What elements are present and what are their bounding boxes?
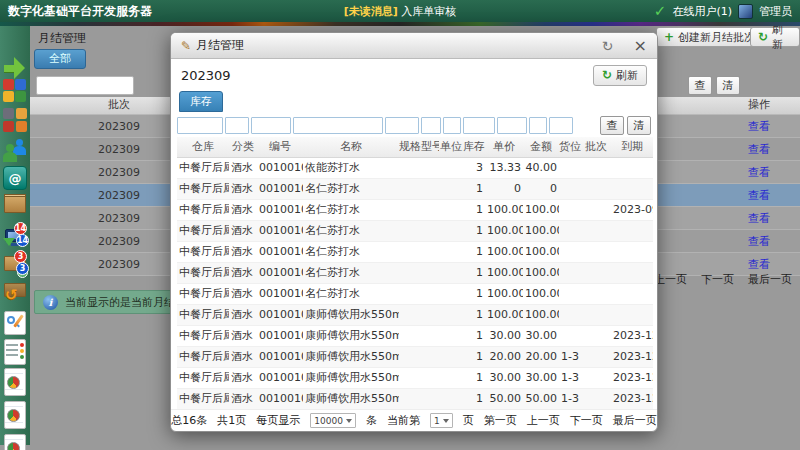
view-link[interactable]: 查看 [728, 207, 790, 230]
inventory-row[interactable]: 中餐厅后厨酒水001001002名仁苏打水1100.00100.00 [177, 241, 653, 262]
inventory-row[interactable]: 中餐厅后厨酒水001001002名仁苏打水1100.00100.00 [177, 262, 653, 283]
inventory-row[interactable]: 中餐厅后厨酒水001001003康师傅饮用水550ml130.0030.001-… [177, 367, 653, 388]
timer-icon[interactable] [16, 121, 27, 132]
filter-input[interactable] [293, 117, 383, 134]
prev-page-link[interactable]: 上一页 [527, 413, 560, 428]
first-page-link[interactable]: 第一页 [484, 413, 517, 428]
unread-messages-badge[interactable]: [未读消息] [344, 5, 398, 18]
filter-input[interactable] [385, 117, 419, 134]
inventory-row[interactable]: 中餐厅后厨酒水001001003康师傅饮用水550ml1100.00100.00 [177, 304, 653, 325]
avatar[interactable] [738, 4, 753, 19]
forward-arrow-icon[interactable] [3, 56, 27, 80]
chess-icon[interactable] [3, 108, 14, 119]
column-header[interactable]: 单价 [485, 137, 523, 157]
search-edit-icon[interactable] [3, 311, 27, 335]
notice-text[interactable]: 入库单审核 [401, 5, 456, 18]
pie-report-icon-1[interactable] [3, 368, 27, 396]
modal-search-button[interactable]: 查 [600, 116, 624, 135]
close-icon[interactable]: × [634, 39, 647, 53]
edit-icon: ✎ [181, 39, 191, 53]
column-header[interactable]: 名称 [303, 137, 399, 157]
column-header[interactable]: 编号 [257, 137, 303, 157]
column-header-batch[interactable]: 批次 [88, 97, 150, 112]
dialog-reload-icon[interactable]: ↻ [602, 38, 614, 54]
dialog-titlebar[interactable]: ✎ 月结管理 ↻ × [171, 33, 657, 59]
cell [559, 178, 581, 199]
username[interactable]: 管理员 [759, 4, 792, 19]
bg-refresh-button[interactable]: ↻ 刷新 [750, 27, 800, 47]
per-page-select[interactable]: 10000 [310, 413, 356, 428]
bg-clear-button[interactable]: 清 [716, 76, 740, 95]
cell: 001001003 [257, 304, 303, 325]
inventory-row[interactable]: 中餐厅后厨酒水001001003康师傅饮用水550ml120.0020.001-… [177, 346, 653, 367]
column-header[interactable]: 批次 [581, 137, 611, 157]
inventory-row[interactable]: 中餐厅后厨酒水001001003康师傅饮用水550ml130.0030.0020… [177, 325, 653, 346]
column-header[interactable]: 货位 [559, 137, 581, 157]
column-header[interactable]: 单位 [439, 137, 463, 157]
cell: 中餐厅后厨 [177, 346, 229, 367]
last-page-link[interactable]: 最后一页 [613, 413, 657, 428]
filter-input[interactable] [421, 117, 441, 134]
inventory-row[interactable]: 中餐厅后厨酒水001001001依能苏打水313.3340.00 [177, 157, 653, 178]
online-users[interactable]: 在线用户(1) [672, 4, 732, 19]
cell [581, 346, 611, 367]
modal-clear-button[interactable]: 清 [627, 116, 651, 135]
column-header[interactable]: 到期 [611, 137, 653, 157]
pen-icon[interactable] [16, 108, 27, 119]
modal-refresh-button[interactable]: ↻ 刷新 [593, 65, 647, 86]
contacts-icon[interactable]: @ [3, 166, 27, 190]
cell [439, 262, 463, 283]
tab-all[interactable]: 全部 [34, 49, 86, 69]
rocket-icon[interactable] [3, 121, 14, 132]
column-header[interactable]: 金额 [523, 137, 559, 157]
tab-inventory[interactable]: 库存 [179, 91, 223, 112]
cell: 20.00 [523, 346, 559, 367]
filter-input[interactable] [177, 117, 223, 134]
filter-input[interactable] [529, 117, 547, 134]
next-page-link[interactable]: 下一页 [701, 272, 734, 287]
current-page-select[interactable]: 1 [430, 413, 453, 428]
view-link[interactable]: 查看 [728, 184, 790, 207]
cell: 康师傅饮用水550ml [303, 304, 399, 325]
column-header[interactable]: 分类 [229, 137, 257, 157]
pie-report-icon-2[interactable] [3, 401, 27, 429]
filter-input[interactable] [443, 117, 461, 134]
cell [581, 157, 611, 178]
column-header[interactable]: 库存 [463, 137, 485, 157]
cell: 0 [485, 178, 523, 199]
cell [399, 346, 439, 367]
prev-page-link[interactable]: 上一页 [654, 272, 687, 287]
modal-pagination: 总16条 共1页 每页显示 10000 条 当前第 1 页 第一页 上一页 下一… [171, 409, 657, 431]
inventory-row[interactable]: 中餐厅后厨酒水001001002名仁苏打水1100.00100.00 [177, 220, 653, 241]
cell: 100.00 [523, 304, 559, 325]
users-icon[interactable] [3, 138, 27, 162]
view-link[interactable]: 查看 [728, 230, 790, 253]
bg-filter-input[interactable] [36, 76, 134, 95]
filter-input[interactable] [549, 117, 573, 134]
filter-input[interactable] [225, 117, 249, 134]
filter-input[interactable] [497, 117, 527, 134]
returns-box-icon[interactable]: ↺ [3, 282, 27, 306]
next-page-link[interactable]: 下一页 [570, 413, 603, 428]
filter-input[interactable] [251, 117, 291, 134]
modules-puzzle-icon[interactable] [3, 78, 27, 102]
inventory-row[interactable]: 中餐厅后厨酒水001001002名仁苏打水1100.00100.002023-0… [177, 199, 653, 220]
view-link[interactable]: 查看 [728, 138, 790, 161]
column-header-action[interactable]: 操作 [728, 97, 790, 112]
inventory-row[interactable]: 中餐厅后厨酒水001001003康师傅饮用水550ml150.0050.001-… [177, 388, 653, 409]
view-link[interactable]: 查看 [728, 115, 790, 138]
inventory-row[interactable]: 中餐厅后厨酒水001001002名仁苏打水1100.00100.00 [177, 283, 653, 304]
package-icon[interactable] [3, 192, 27, 220]
column-header[interactable]: 规格型号 [399, 137, 439, 157]
column-header[interactable]: 仓库 [177, 137, 229, 157]
inbound-blue-badge: 14 [16, 234, 29, 247]
documents-icon[interactable] [3, 339, 27, 366]
create-batch-button[interactable]: + 创建新月结批次 [656, 27, 763, 47]
pie-report-icon-3[interactable] [3, 434, 27, 450]
inventory-row[interactable]: 中餐厅后厨酒水001001002名仁苏打水100 [177, 178, 653, 199]
bg-search-button[interactable]: 查 [688, 76, 712, 95]
cell: 1-3 [559, 367, 581, 388]
last-page-link[interactable]: 最后一页 [748, 272, 792, 287]
filter-input[interactable] [463, 117, 495, 134]
view-link[interactable]: 查看 [728, 161, 790, 184]
